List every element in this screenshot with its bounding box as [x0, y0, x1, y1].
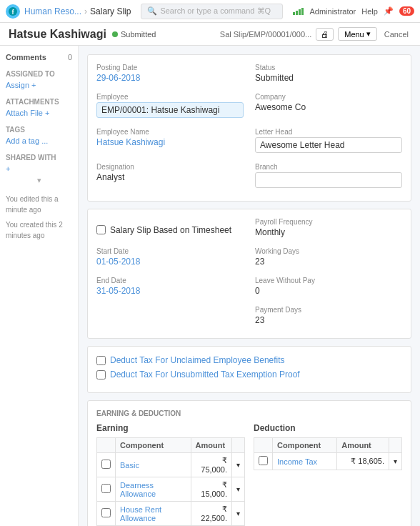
activity-2: You created this 2 minutes ago [6, 219, 72, 241]
deduction-col-action [389, 438, 402, 453]
form-grid-top: Posting Date 29-06-2018 Status Submitted… [96, 64, 402, 192]
company-field: Company Awesome Co [255, 93, 402, 118]
tax-card: Deduct Tax For Unclaimed Employee Benefi… [87, 346, 411, 393]
pin-icon: 📌 [384, 6, 394, 16]
breadcrumb-current: Salary Slip [90, 6, 131, 16]
leave-without-pay-value: 0 [255, 286, 402, 296]
notification-badge[interactable]: 60 [399, 6, 414, 16]
timesheet-checkbox[interactable] [96, 225, 106, 234]
activity-1: You edited this a minute ago [6, 194, 72, 215]
end-date-label: End Date [96, 277, 244, 284]
app-logo[interactable]: f [6, 4, 20, 19]
header-actions: Sal Slip/EMP/00001/000... 🖨 Menu ▾ Cance… [220, 27, 411, 41]
earning-row: Basic ₹ 75,000. ▾ [97, 453, 245, 477]
deduction-row-check[interactable] [254, 453, 273, 470]
deduction-col-amount: Amount [337, 438, 389, 453]
earning-row-arrow[interactable]: ▾ [232, 502, 245, 526]
breadcrumb-parent[interactable]: Human Reso... [24, 6, 81, 16]
start-date-field: Start Date 01-05-2018 [96, 247, 244, 267]
assigned-label: ASSIGNED TO [6, 70, 72, 78]
sidebar-comments: Comments 0 [6, 53, 72, 61]
sidebar-shared: SHARED WITH + ▾ [6, 154, 72, 185]
earning-deduction-card: EARNING & DEDUCTION Earning Component Am… [87, 400, 411, 526]
company-label: Company [255, 93, 402, 101]
doc-id: Sal Slip/EMP/00001/000... [220, 30, 311, 39]
breadcrumb: Human Reso... › Salary Slip [24, 6, 131, 16]
employee-input[interactable] [96, 102, 244, 118]
earning-row-amount: ₹ 15,000. [191, 477, 232, 502]
earning-row-amount: ₹ 75,000. [191, 453, 232, 477]
deduction-row-component: Income Tax [273, 453, 337, 470]
start-date-value: 01-05-2018 [96, 257, 244, 267]
earning-row-arrow[interactable]: ▾ [232, 477, 245, 502]
shared-label: SHARED WITH [6, 154, 72, 162]
topnav: f Human Reso... › Salary Slip 🔍 Search o… [0, 0, 420, 23]
ed-section-title: EARNING & DEDUCTION [96, 410, 402, 417]
timesheet-card: Salary Slip Based on Timesheet Payroll F… [87, 209, 411, 339]
help-label[interactable]: Help [361, 7, 378, 16]
nav-right: Administrator Help 📌 60 [293, 6, 414, 16]
attachments-label: ATTACHMENTS [6, 98, 72, 106]
admin-label[interactable]: Administrator [309, 7, 356, 16]
deduction-row-amount: ₹ 18,605. [337, 453, 389, 470]
shared-chevron[interactable]: ▾ [37, 176, 41, 184]
start-date-label: Start Date [96, 247, 244, 255]
status-field: Status Submitted [255, 64, 402, 83]
print-button[interactable]: 🖨 [316, 28, 334, 41]
posting-date-field: Posting Date 29-06-2018 [96, 64, 244, 83]
page-header: Hatsue Kashiwagi Submitted Sal Slip/EMP/… [0, 23, 420, 46]
comments-count: 0 [68, 53, 72, 61]
leave-without-pay-field: Leave Without Pay 0 [255, 277, 402, 296]
search-placeholder: Search or type a command ⌘Q [160, 6, 271, 16]
status-text: Submitted [121, 30, 156, 39]
deduction-table: Component Amount Income Tax ₹ 18,605. ▾ [254, 437, 402, 470]
earning-col-action [232, 438, 245, 453]
sidebar-assigned: ASSIGNED TO Assign + [6, 70, 72, 89]
attach-link[interactable]: Attach File [6, 109, 43, 117]
shared-plus[interactable]: + [6, 164, 10, 173]
page-title: Hatsue Kashiwagi [9, 28, 106, 41]
search-bar[interactable]: 🔍 Search or type a command ⌘Q [141, 4, 283, 19]
sidebar-attachments: ATTACHMENTS Attach File + [6, 98, 72, 117]
earning-row-check[interactable] [97, 477, 116, 502]
menu-button[interactable]: Menu ▾ [338, 27, 377, 41]
posting-date-label: Posting Date [96, 64, 244, 71]
status-label: Status [255, 64, 402, 71]
earning-row-arrow[interactable]: ▾ [232, 453, 245, 477]
earning-col-amount: Amount [191, 438, 232, 453]
employee-name-field: Employee Name Hatsue Kashiwagi [96, 128, 244, 153]
branch-input[interactable] [255, 172, 402, 188]
deduction-row-arrow[interactable]: ▾ [389, 453, 402, 470]
cancel-button[interactable]: Cancel [381, 29, 411, 40]
assign-link[interactable]: Assign [6, 81, 29, 89]
payroll-freq-field: Payroll Frequency Monthly [255, 218, 402, 237]
attach-plus[interactable]: + [45, 109, 49, 117]
add-tag-link[interactable]: Add a tag ... [6, 137, 48, 145]
ed-grid: Earning Component Amount Bas [96, 423, 402, 526]
layout: Comments 0 ASSIGNED TO Assign + ATTACHME… [0, 46, 420, 526]
earning-row-amount: ₹ 22,500. [191, 502, 232, 526]
deduct-unclaimed-checkbox[interactable] [96, 356, 106, 365]
deduction-row: Income Tax ₹ 18,605. ▾ [254, 453, 402, 470]
earning-row-component: Basic [116, 453, 191, 477]
earning-title: Earning [96, 423, 245, 433]
earning-row: Dearness Allowance ₹ 15,000. ▾ [97, 477, 245, 502]
payment-days-field: Payment Days 23 [255, 306, 402, 325]
comments-label: Comments [6, 53, 46, 61]
earning-row-check[interactable] [97, 453, 116, 477]
employee-name-label: Employee Name [96, 128, 244, 136]
deduct-unsubmitted-checkbox[interactable] [96, 370, 106, 379]
working-days-label: Working Days [255, 247, 402, 255]
assign-plus[interactable]: + [31, 81, 36, 89]
earning-header-row: Component Amount [97, 438, 245, 453]
letter-head-input[interactable] [255, 137, 402, 153]
status-value: Submitted [255, 73, 402, 83]
working-days-field: Working Days 23 [255, 247, 402, 267]
breadcrumb-sep: › [84, 6, 87, 16]
status-badge: Submitted [112, 30, 156, 39]
deduct-unsubmitted-label: Deduct Tax For Unsubmitted Tax Exemption… [110, 369, 300, 379]
payment-days-label: Payment Days [255, 306, 402, 314]
menu-arrow: ▾ [366, 29, 371, 39]
earning-row-check[interactable] [97, 502, 116, 526]
earning-table: Component Amount Basic ₹ 75,000. ▾ Dearn… [96, 437, 245, 526]
